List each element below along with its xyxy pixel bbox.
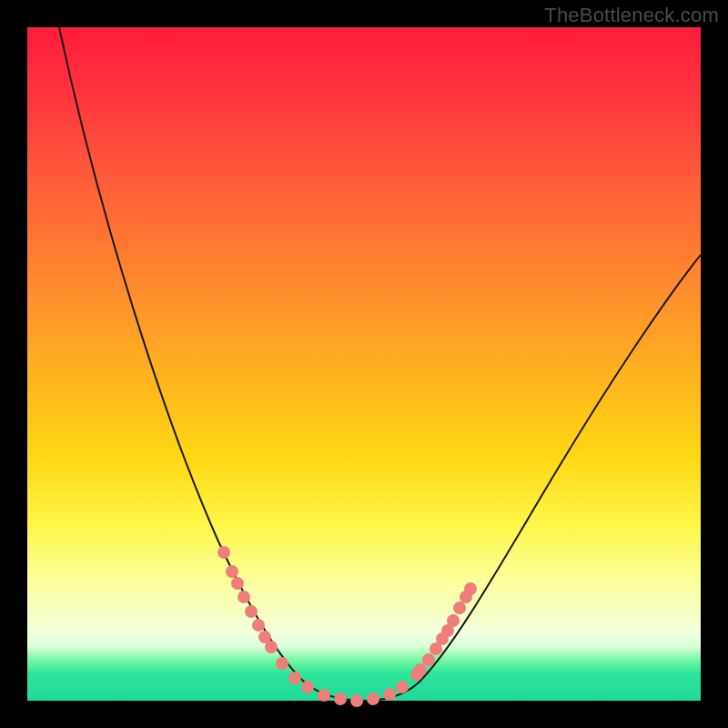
data-point: [231, 577, 244, 590]
data-point: [252, 619, 265, 632]
data-point: [288, 672, 301, 684]
curve-svg: [27, 27, 701, 701]
data-point: [453, 602, 466, 614]
chart-frame: TheBottleneck.com: [0, 0, 728, 728]
data-point: [334, 693, 347, 705]
data-point: [226, 565, 238, 578]
data-point: [217, 546, 230, 559]
data-point: [238, 591, 250, 603]
dots-group: [217, 546, 477, 707]
data-point: [301, 681, 314, 693]
data-point: [422, 653, 435, 666]
data-point: [245, 605, 258, 618]
data-point: [414, 663, 427, 676]
watermark-text: TheBottleneck.com: [544, 4, 719, 27]
data-point: [367, 693, 379, 705]
data-point: [276, 657, 288, 670]
data-point: [265, 641, 278, 653]
data-point: [318, 689, 330, 702]
data-point: [464, 582, 477, 595]
plot-area: [27, 27, 701, 701]
data-point: [383, 688, 396, 701]
bottleneck-curve: [59, 27, 701, 701]
data-point: [396, 681, 409, 693]
data-point: [447, 614, 460, 627]
data-point: [350, 694, 363, 707]
